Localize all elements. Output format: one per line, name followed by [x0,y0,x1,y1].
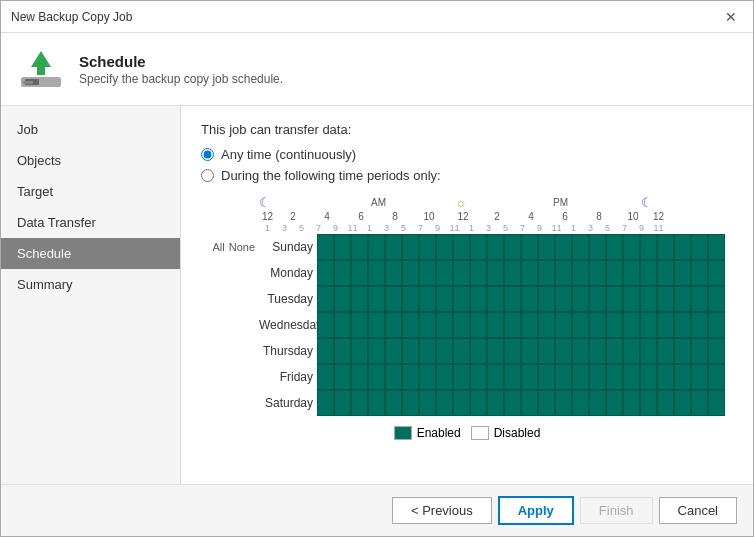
previous-button[interactable]: < Previous [392,497,492,524]
grid-cell[interactable] [606,390,623,416]
sidebar-item-data-transfer[interactable]: Data Transfer [1,207,180,238]
grid-cell[interactable] [538,260,555,286]
grid-cell[interactable] [708,364,725,390]
grid-cell[interactable] [402,234,419,260]
grid-cell[interactable] [334,390,351,416]
grid-cell[interactable] [351,364,368,390]
grid-none-button[interactable]: None [229,241,255,253]
grid-cell[interactable] [589,312,606,338]
grid-cell[interactable] [351,286,368,312]
grid-cell[interactable] [419,312,436,338]
grid-cell[interactable] [606,260,623,286]
grid-cell[interactable] [657,338,674,364]
grid-cell[interactable] [385,286,402,312]
grid-cell[interactable] [453,338,470,364]
grid-cell[interactable] [657,390,674,416]
grid-cell[interactable] [606,338,623,364]
grid-cell[interactable] [436,338,453,364]
grid-cell[interactable] [623,286,640,312]
grid-cell[interactable] [402,338,419,364]
grid-cell[interactable] [453,390,470,416]
grid-cell[interactable] [317,312,334,338]
grid-cell[interactable] [674,312,691,338]
grid-cell[interactable] [572,364,589,390]
grid-cell[interactable] [453,286,470,312]
sidebar-item-job[interactable]: Job [1,114,180,145]
grid-cell[interactable] [368,338,385,364]
grid-cell[interactable] [385,234,402,260]
grid-cell[interactable] [674,390,691,416]
grid-cell[interactable] [334,260,351,286]
grid-cell[interactable] [504,286,521,312]
grid-cell[interactable] [521,234,538,260]
grid-cell[interactable] [521,364,538,390]
radio-anytime[interactable]: Any time (continuously) [201,147,733,162]
grid-cell[interactable] [674,364,691,390]
grid-cell[interactable] [419,234,436,260]
grid-cell[interactable] [538,286,555,312]
grid-cell[interactable] [436,234,453,260]
grid-cell[interactable] [538,390,555,416]
grid-cell[interactable] [317,390,334,416]
grid-cell[interactable] [334,364,351,390]
grid-cell[interactable] [555,234,572,260]
grid-cell[interactable] [453,312,470,338]
grid-cell[interactable] [691,338,708,364]
grid-cell[interactable] [334,234,351,260]
grid-cell[interactable] [606,312,623,338]
grid-cell[interactable] [606,364,623,390]
grid-cell[interactable] [640,260,657,286]
grid-cell[interactable] [589,338,606,364]
grid-cell[interactable] [691,312,708,338]
grid-cell[interactable] [351,312,368,338]
grid-cell[interactable] [334,338,351,364]
grid-cell[interactable] [470,338,487,364]
grid-cell[interactable] [589,390,606,416]
grid-cell[interactable] [385,338,402,364]
grid-cell[interactable] [436,312,453,338]
grid-cell[interactable] [470,234,487,260]
grid-cell[interactable] [317,338,334,364]
grid-cell[interactable] [470,390,487,416]
grid-cell[interactable] [504,390,521,416]
grid-cell[interactable] [521,390,538,416]
grid-cell[interactable] [504,234,521,260]
grid-cell[interactable] [555,260,572,286]
grid-cell[interactable] [351,338,368,364]
grid-cell[interactable] [538,234,555,260]
grid-cell[interactable] [572,390,589,416]
grid-cell[interactable] [436,390,453,416]
grid-cell[interactable] [436,260,453,286]
grid-cell[interactable] [674,286,691,312]
grid-cell[interactable] [691,234,708,260]
sidebar-item-schedule[interactable]: Schedule [1,238,180,269]
grid-cell[interactable] [368,390,385,416]
grid-cell[interactable] [385,390,402,416]
grid-cell[interactable] [657,286,674,312]
grid-cell[interactable] [521,260,538,286]
grid-cell[interactable] [708,286,725,312]
grid-cell[interactable] [470,364,487,390]
grid-cell[interactable] [317,260,334,286]
grid-cell[interactable] [334,286,351,312]
radio-periods-input[interactable] [201,169,214,182]
grid-cell[interactable] [555,390,572,416]
grid-cell[interactable] [368,286,385,312]
grid-cell[interactable] [708,234,725,260]
grid-cell[interactable] [402,364,419,390]
grid-cell[interactable] [521,286,538,312]
radio-periods[interactable]: During the following time periods only: [201,168,733,183]
grid-cell[interactable] [657,260,674,286]
grid-cell[interactable] [385,364,402,390]
grid-cell[interactable] [504,338,521,364]
grid-cell[interactable] [640,312,657,338]
grid-cell[interactable] [589,364,606,390]
grid-cell[interactable] [555,364,572,390]
grid-cell[interactable] [572,234,589,260]
grid-cell[interactable] [436,364,453,390]
grid-cell[interactable] [470,260,487,286]
grid-cell[interactable] [487,234,504,260]
grid-cell[interactable] [368,312,385,338]
grid-cell[interactable] [640,364,657,390]
grid-cell[interactable] [487,260,504,286]
